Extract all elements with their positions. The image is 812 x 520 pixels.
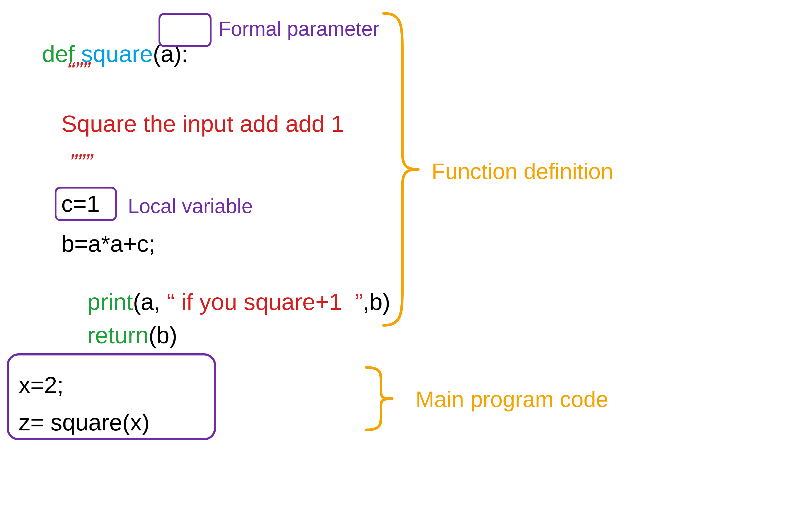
code-line-z-square-call: z= square(x) <box>19 411 150 434</box>
brace-main-program-icon <box>362 365 394 432</box>
func-name-square: square <box>81 41 153 67</box>
highlight-box-formal-parameter <box>159 13 212 47</box>
keyword-return: return <box>87 322 149 348</box>
annotation-formal-parameter: Formal parameter <box>219 19 380 39</box>
annotation-main-program: Main program code <box>416 388 609 410</box>
return-arg: (b) <box>149 322 177 348</box>
code-line-b-assign: b=a*a+c; <box>61 232 155 256</box>
highlight-box-local-variable <box>55 187 117 221</box>
brace-function-definition-icon <box>378 11 421 328</box>
docstring-close-quotes: ””” <box>69 151 93 174</box>
annotation-function-definition: Function definition <box>431 160 613 182</box>
docstring-open-quotes: “”” <box>66 59 90 82</box>
print-string: “ if you square+1 ” <box>167 289 363 315</box>
code-line-x-assign: x=2; <box>19 373 64 397</box>
docstring-text: Square the input add add 1 <box>61 112 344 135</box>
annotation-local-variable: Local variable <box>128 196 253 216</box>
